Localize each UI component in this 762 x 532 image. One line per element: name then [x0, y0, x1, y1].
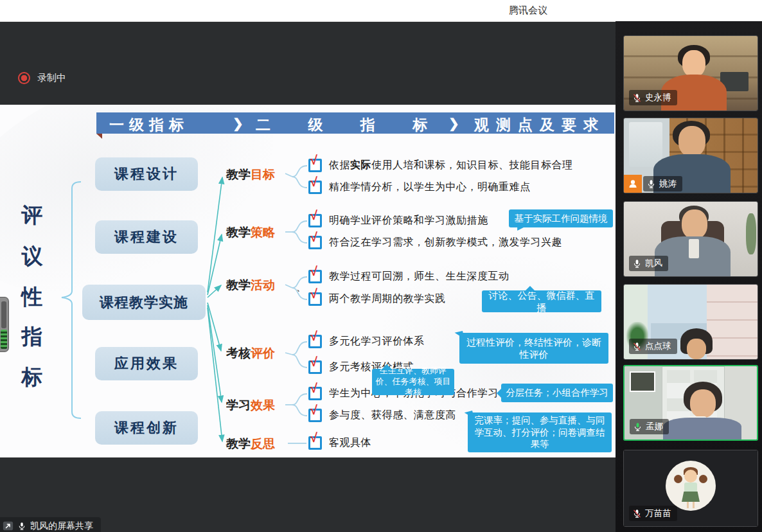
- checklist-row: √ 客观具体: [308, 436, 371, 450]
- participant-tile[interactable]: 点点球: [623, 284, 758, 360]
- checkbox-checked-icon: √: [308, 236, 322, 249]
- checklist-row: √ 两个教学周期的教学实践: [308, 292, 446, 306]
- mic-speaking-icon: [633, 422, 642, 432]
- callout: 过程性评价，终结性评价，诊断性评价: [459, 333, 608, 364]
- callout: 基于实际工作问题情境: [509, 209, 613, 227]
- chevron-right-icon: ❯: [233, 116, 244, 131]
- screen-share-status[interactable]: 凯风的屏幕共享: [0, 517, 101, 532]
- participant-name: 孟娜: [646, 421, 663, 432]
- checkbox-checked-icon: √: [308, 387, 322, 400]
- left-title-char: 指: [19, 323, 45, 351]
- mic-muted-icon: [632, 93, 642, 103]
- participant-nameplate: 姚涛: [643, 176, 682, 191]
- mic-muted-icon: [632, 342, 642, 351]
- tool-knob: [1, 301, 6, 328]
- left-title-char: 评: [19, 201, 45, 230]
- header-col1: 一级指标: [109, 115, 189, 135]
- checkbox-checked-icon: √: [308, 360, 322, 374]
- level2-label: 教学策略: [226, 224, 275, 241]
- share-label: 凯风的屏幕共享: [30, 520, 93, 532]
- annotation-tool-handle[interactable]: [0, 297, 9, 352]
- participants-sidebar: 史永博 姚涛: [616, 21, 762, 532]
- mic-on-icon: [17, 522, 26, 531]
- checkbox-checked-icon: √: [308, 335, 322, 348]
- connector-lines: [0, 105, 616, 457]
- level1-box: 课程创新: [95, 411, 198, 445]
- checkbox-checked-icon: √: [308, 436, 322, 450]
- window-titlebar: 腾讯会议: [0, 0, 762, 22]
- participant-name: 凯风: [645, 258, 662, 269]
- meeting-window: 腾讯会议 录制中: [0, 0, 762, 532]
- participant-nameplate: 凯风: [629, 256, 668, 271]
- checkbox-checked-icon: √: [308, 181, 322, 194]
- participant-nameplate: 孟娜: [630, 419, 669, 434]
- person-face: [682, 50, 705, 77]
- participant-name: 点点球: [645, 341, 671, 352]
- participant-name: 姚涛: [659, 178, 677, 190]
- checklist-row: √ 精准学情分析，以学生为中心，明确重难点: [308, 181, 531, 194]
- callout: 完课率；提问、参与直播、与同学互动、打分评价；问卷调查结果等: [468, 412, 612, 452]
- mic-muted-icon: [632, 509, 642, 519]
- checkbox-checked-icon: √: [308, 214, 322, 227]
- avatar: [666, 461, 716, 511]
- recording-indicator[interactable]: 录制中: [18, 72, 66, 84]
- person-torso: [663, 418, 741, 441]
- participant-tile[interactable]: 史永博: [623, 35, 758, 111]
- level1-box: 课程教学实施: [82, 285, 206, 320]
- header-col3: 观测点及要求: [474, 115, 605, 135]
- app-title: 腾讯会议: [509, 4, 547, 17]
- checklist-row: √ 明确学业评价策略和学习激励措施: [308, 214, 488, 227]
- callout: 讨论、公告、微信群、直播: [482, 290, 601, 312]
- callout: 生生互评、教师评价、任务考核、项目考核: [372, 369, 454, 395]
- record-dot-icon: [18, 72, 30, 84]
- person-face: [687, 339, 706, 359]
- checkbox-checked-icon: √: [308, 270, 322, 283]
- person-face: [678, 126, 705, 157]
- checklist-row: √ 多元化学习评价体系: [308, 335, 425, 348]
- screen-share-icon: [3, 520, 13, 531]
- left-title-char: 标: [19, 363, 45, 392]
- checklist-row: √ 符合泛在学习需求，创新教学模式，激发学习兴趣: [308, 236, 562, 249]
- host-badge: [624, 175, 642, 193]
- tool-level-stripes: [1, 330, 7, 349]
- participant-tile[interactable]: 孟娜: [623, 365, 758, 441]
- checkbox-checked-icon: √: [308, 292, 322, 306]
- level1-box: 课程建设: [95, 220, 198, 254]
- participant-name: 史永博: [645, 92, 671, 103]
- callout: 分层任务；小组合作学习: [501, 384, 613, 402]
- level2-label: 学习效果: [226, 397, 275, 414]
- participant-tile[interactable]: 姚涛: [623, 118, 758, 193]
- shared-screen-slide: 一级指标 ❯ 二 级 指 标 ❯ 观测点及要求 评 议 性 指 标 课程设计 课…: [0, 105, 616, 457]
- level1-box: 应用效果: [95, 347, 198, 380]
- left-title-char: 性: [19, 283, 45, 312]
- checklist-row: √ 参与度、获得感、满意度高: [308, 409, 456, 422]
- level2-label: 教学目标: [226, 166, 275, 183]
- checklist-row: √ 教学过程可回溯，师生、生生深度互动: [308, 270, 509, 283]
- level1-box: 课程设计: [95, 157, 198, 191]
- checkbox-checked-icon: √: [308, 409, 322, 422]
- person-face: [682, 209, 707, 239]
- table-header-banner: 一级指标 ❯ 二 级 指 标 ❯ 观测点及要求: [96, 112, 614, 134]
- participant-tile[interactable]: 凯风: [623, 201, 758, 277]
- header-col2: 二 级 指 标: [256, 115, 444, 135]
- level2-label: 考核评价: [226, 345, 275, 362]
- person-face: [690, 389, 716, 418]
- mic-on-icon: [646, 179, 656, 189]
- level2-label: 教学活动: [226, 277, 275, 294]
- checklist-row: √ 依据实际使用人培和课标，知识目标、技能目标合理: [308, 159, 573, 172]
- participant-nameplate: 点点球: [629, 339, 677, 354]
- participant-tile[interactable]: 万苗苗: [623, 450, 758, 527]
- level2-label: 教学反思: [226, 436, 275, 452]
- recording-label: 录制中: [37, 72, 66, 84]
- checkbox-checked-icon: √: [308, 159, 322, 172]
- chevron-right-icon: ❯: [448, 116, 459, 131]
- mic-on-icon: [632, 259, 642, 269]
- participant-nameplate: 史永博: [629, 90, 677, 105]
- banner-fold: [96, 134, 102, 139]
- person-icon: [627, 178, 639, 190]
- left-title-char: 议: [19, 242, 45, 271]
- participant-nameplate: 万苗苗: [629, 506, 677, 521]
- participant-name: 万苗苗: [645, 508, 671, 519]
- stray-mark: 、: [296, 281, 306, 294]
